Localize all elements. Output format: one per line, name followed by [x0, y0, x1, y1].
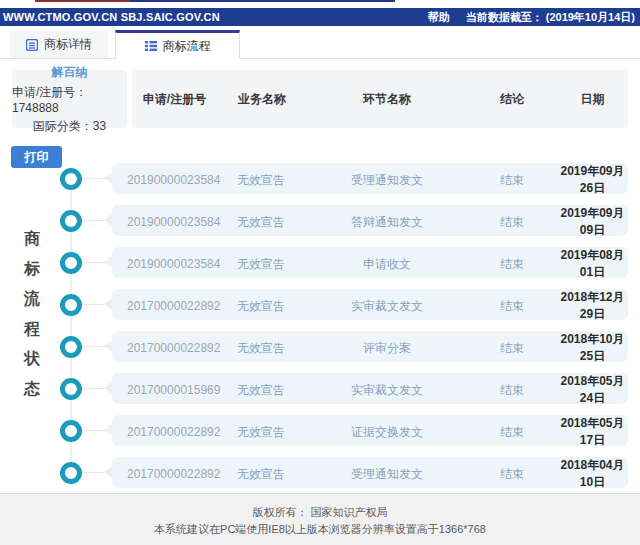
col-header-date: 日期: [557, 91, 628, 108]
timeline-node-circle[interactable]: [60, 378, 82, 400]
row-app-no: 20170000022892: [112, 467, 215, 481]
row-date: 2019年09月09日: [557, 205, 628, 239]
row-tail-arrow: [104, 172, 112, 184]
row-tail-arrow: [104, 466, 112, 478]
row-date: 2018年05月17日: [557, 415, 628, 449]
process-row[interactable]: 20170000022892无效宣告实审裁文发文结束2018年12月29日: [112, 289, 628, 320]
process-row[interactable]: 20170000022892无效宣告证据交换发文结束2018年05月17日: [112, 415, 628, 446]
row-step: 受理通知发文: [307, 466, 467, 483]
row-business: 无效宣告: [215, 340, 307, 357]
row-app-no: 20170000022892: [112, 425, 215, 439]
row-date: 2019年09月26日: [557, 163, 628, 197]
tab-label: 商标详情: [44, 36, 92, 53]
row-conclusion: 结束: [467, 424, 557, 441]
document-list-icon: [26, 39, 38, 51]
top-edge-artifact-blue: [130, 0, 395, 2]
timeline-node-circle[interactable]: [60, 210, 82, 232]
process-row[interactable]: 20170000022892无效宣告评审分案结束2018年10月25日: [112, 331, 628, 362]
international-class: 国际分类：33: [33, 118, 106, 135]
col-header-business: 业务名称: [217, 91, 307, 108]
process-row[interactable]: 20170000015969无效宣告实审裁文发文结束2018年05月24日: [112, 373, 628, 404]
row-date: 2018年05月24日: [557, 373, 628, 407]
row-business: 无效宣告: [215, 298, 307, 315]
row-tail-arrow: [104, 256, 112, 268]
row-tail-arrow: [104, 424, 112, 436]
process-row[interactable]: 20190000023584无效宣告答辩通知发文结束2019年09月09日: [112, 205, 628, 236]
help-link[interactable]: 帮助: [428, 10, 450, 25]
row-conclusion: 结束: [467, 256, 557, 273]
process-table-header: 申请/注册号 业务名称 环节名称 结论 日期: [132, 70, 628, 128]
registration-number: 申请/注册号：1748888: [12, 84, 127, 115]
col-header-conclusion: 结论: [467, 91, 557, 108]
row-date: 2018年12月29日: [557, 289, 628, 323]
list-bullets-icon: [145, 40, 157, 52]
row-step: 实审裁文发文: [307, 382, 467, 399]
data-cutoff-date: 当前数据截至： (2019年10月14日): [466, 10, 635, 25]
print-button[interactable]: 打印: [11, 146, 62, 168]
timeline-node-link: [82, 346, 106, 347]
row-app-no: 20170000022892: [112, 341, 215, 355]
footer-copyright: 版权所有： 国家知识产权局: [0, 504, 640, 521]
row-app-no: 20170000015969: [112, 383, 215, 397]
footer: 版权所有： 国家知识产权局 本系统建议在PC端使用IE8以上版本浏览器分辨率设置…: [0, 493, 640, 545]
process-row[interactable]: 20190000023584无效宣告申请收文结束2019年08月01日: [112, 247, 628, 278]
row-step: 证据交换发文: [307, 424, 467, 441]
tab-label: 商标流程: [163, 38, 211, 55]
side-title-char: 态: [22, 374, 42, 404]
side-title-char: 商: [22, 224, 42, 254]
side-title-char: 状: [22, 344, 42, 374]
row-tail-arrow: [104, 340, 112, 352]
timeline-node-link: [82, 388, 106, 389]
trademark-name: 解百纳: [52, 64, 88, 81]
row-conclusion: 结束: [467, 172, 557, 189]
col-header-app-no: 申请/注册号: [132, 91, 217, 108]
timeline-node-circle[interactable]: [60, 252, 82, 274]
row-tail-arrow: [104, 298, 112, 310]
timeline-node-link: [82, 304, 106, 305]
side-title-char: 程: [22, 314, 42, 344]
row-step: 实审裁文发文: [307, 298, 467, 315]
timeline-node-link: [82, 220, 106, 221]
row-conclusion: 结束: [467, 382, 557, 399]
timeline-node-circle[interactable]: [60, 168, 82, 190]
timeline-node-circle[interactable]: [60, 336, 82, 358]
row-date: 2019年08月01日: [557, 247, 628, 281]
row-business: 无效宣告: [215, 382, 307, 399]
row-business: 无效宣告: [215, 214, 307, 231]
row-tail-arrow: [104, 382, 112, 394]
timeline-node-link: [82, 262, 106, 263]
timeline-node-link: [82, 430, 106, 431]
row-date: 2018年04月10日: [557, 457, 628, 491]
row-step: 评审分案: [307, 340, 467, 357]
process-row[interactable]: 20170000022892无效宣告受理通知发文结束2018年04月10日: [112, 457, 628, 488]
timeline-node-link: [82, 472, 106, 473]
side-title-char: 标: [22, 254, 42, 284]
tab-trademark-details[interactable]: 商标详情: [10, 31, 108, 58]
side-title-char: 流: [22, 284, 42, 314]
row-date: 2018年10月25日: [557, 331, 628, 365]
timeline-node-link: [82, 178, 106, 179]
top-bar: WWW.CTMO.GOV.CN SBJ.SAIC.GOV.CN 帮助 当前数据截…: [0, 8, 640, 26]
site-urls: WWW.CTMO.GOV.CN SBJ.SAIC.GOV.CN: [0, 11, 220, 23]
row-step: 受理通知发文: [307, 172, 467, 189]
footer-browser-note: 本系统建议在PC端使用IE8以上版本浏览器分辨率设置高于1366*768: [0, 521, 640, 538]
trademark-info-card: 解百纳 申请/注册号：1748888 国际分类：33: [12, 70, 127, 128]
row-app-no: 20190000023584: [112, 173, 215, 187]
timeline-node-circle[interactable]: [60, 420, 82, 442]
col-header-step: 环节名称: [307, 91, 467, 108]
process-row[interactable]: 20190000023584无效宣告受理通知发文结束2019年09月26日: [112, 163, 628, 194]
timeline-node-circle[interactable]: [60, 294, 82, 316]
timeline-node-circle[interactable]: [60, 462, 82, 484]
row-business: 无效宣告: [215, 256, 307, 273]
row-step: 答辩通知发文: [307, 214, 467, 231]
tab-trademark-process[interactable]: 商标流程: [115, 30, 240, 59]
row-business: 无效宣告: [215, 424, 307, 441]
row-app-no: 20170000022892: [112, 299, 215, 313]
row-conclusion: 结束: [467, 214, 557, 231]
row-business: 无效宣告: [215, 466, 307, 483]
row-app-no: 20190000023584: [112, 215, 215, 229]
row-business: 无效宣告: [215, 172, 307, 189]
row-step: 申请收文: [307, 256, 467, 273]
side-title-process-status: 商标流程状态: [22, 224, 42, 404]
row-conclusion: 结束: [467, 466, 557, 483]
